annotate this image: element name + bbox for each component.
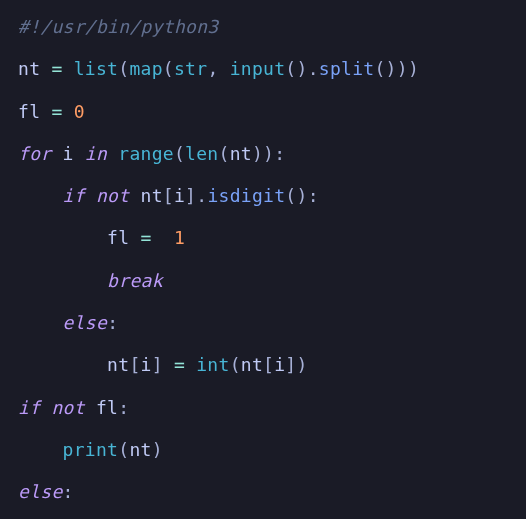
code-token: ( (118, 58, 129, 79)
code-token: = (174, 354, 185, 375)
code-token: , (207, 58, 218, 79)
code-line: print(nt) (18, 429, 508, 471)
code-token: ( (230, 354, 241, 375)
code-token: i (141, 354, 152, 375)
code-token: : (308, 185, 319, 206)
code-token: not (96, 185, 129, 206)
code-token: map (129, 58, 162, 79)
code-token: #!/usr/bin/python3 (18, 16, 218, 37)
code-token: nt (230, 143, 252, 164)
code-token: i (274, 354, 285, 375)
code-token: () (285, 58, 307, 79)
code-token: ( (118, 439, 129, 460)
code-block: #!/usr/bin/python3nt = list(map(str, inp… (0, 0, 526, 519)
code-token: = (141, 227, 152, 248)
code-token: input (230, 58, 286, 79)
code-token: ) (152, 439, 163, 460)
code-token: if (18, 397, 40, 418)
code-token: = (51, 101, 62, 122)
code-token: ]) (285, 354, 307, 375)
code-token: ] (152, 354, 163, 375)
code-line: fl = 0 (18, 91, 508, 133)
code-token: () (285, 185, 307, 206)
code-token: nt (18, 354, 129, 375)
code-token: ( (163, 58, 174, 79)
code-token: ] (185, 185, 196, 206)
code-token (107, 143, 118, 164)
code-token: isdigit (207, 185, 285, 206)
code-token: 0 (74, 101, 85, 122)
code-token: : (274, 143, 285, 164)
code-token: else (18, 481, 63, 502)
code-token: ())) (374, 58, 419, 79)
code-token: if (63, 185, 85, 206)
code-line: print("Ошибка ввода") (18, 514, 508, 519)
code-line: else: (18, 302, 508, 344)
code-token (163, 354, 174, 375)
code-token: not (51, 397, 84, 418)
code-token: : (118, 397, 129, 418)
code-token: : (63, 481, 74, 502)
code-line: if not fl: (18, 387, 508, 429)
code-token: split (319, 58, 375, 79)
code-token (18, 270, 107, 291)
code-token: )) (252, 143, 274, 164)
code-token: 1 (174, 227, 185, 248)
code-token: [ (263, 354, 274, 375)
code-token: : (107, 312, 118, 333)
code-token (18, 185, 63, 206)
code-token (18, 312, 63, 333)
code-token (185, 354, 196, 375)
code-token: nt (129, 439, 151, 460)
code-line: if not nt[i].isdigit(): (18, 175, 508, 217)
code-token (85, 185, 96, 206)
code-token: int (196, 354, 229, 375)
code-token: ( (174, 143, 185, 164)
code-token: nt (18, 58, 51, 79)
code-token: i (174, 185, 185, 206)
code-token: print (63, 439, 119, 460)
code-token: for (18, 143, 51, 164)
code-token: . (308, 58, 319, 79)
code-token: [ (129, 354, 140, 375)
code-token: list (74, 58, 119, 79)
code-token: in (85, 143, 107, 164)
code-token: [ (163, 185, 174, 206)
code-token (18, 439, 63, 460)
code-line: #!/usr/bin/python3 (18, 6, 508, 48)
code-token (152, 227, 174, 248)
code-token: len (185, 143, 218, 164)
code-token (63, 101, 74, 122)
code-token: range (118, 143, 174, 164)
code-line: nt[i] = int(nt[i]) (18, 344, 508, 386)
code-token: . (196, 185, 207, 206)
code-token: break (107, 270, 163, 291)
code-token: = (51, 58, 62, 79)
code-token: else (63, 312, 108, 333)
code-line: nt = list(map(str, input().split())) (18, 48, 508, 90)
code-token: fl (85, 397, 118, 418)
code-token: ( (219, 143, 230, 164)
code-token (219, 58, 230, 79)
code-token: fl (18, 101, 51, 122)
code-token: nt (129, 185, 162, 206)
code-token: str (174, 58, 207, 79)
code-token (63, 58, 74, 79)
code-token: fl (18, 227, 141, 248)
code-token: nt (241, 354, 263, 375)
code-token: i (51, 143, 84, 164)
code-line: break (18, 260, 508, 302)
code-token (40, 397, 51, 418)
code-line: else: (18, 471, 508, 513)
code-line: fl = 1 (18, 217, 508, 259)
code-line: for i in range(len(nt)): (18, 133, 508, 175)
